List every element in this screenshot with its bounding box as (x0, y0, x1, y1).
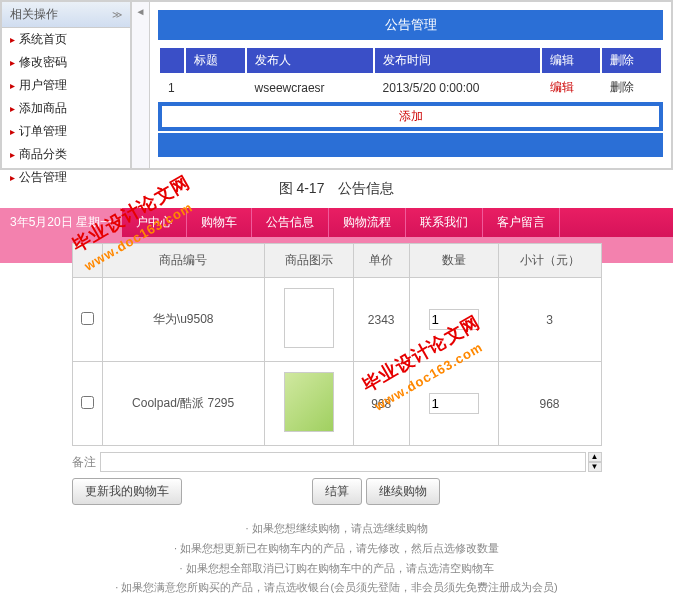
row-checkbox[interactable] (81, 396, 94, 409)
tip-line: 如果您想更新已在购物车内的产品，请先修改，然后点选修改数量 (0, 539, 673, 559)
note-label: 备注 (72, 454, 96, 471)
sidebar-item-orders[interactable]: ▸订单管理 (2, 120, 130, 143)
nav-announce[interactable]: 公告信息 (252, 208, 329, 237)
add-link[interactable]: 添加 (162, 106, 659, 127)
cart-row: 华为\u9508 2343 3 (72, 278, 601, 362)
collapse-arrow-icon: ◄ (136, 6, 146, 17)
edit-link[interactable]: 编辑 (550, 80, 574, 94)
sidebar-item-announcements[interactable]: ▸公告管理 (2, 166, 130, 189)
bullet-icon: ▸ (10, 103, 15, 114)
col-publisher: 发布人 (247, 48, 373, 73)
row-subtotal: 968 (498, 362, 601, 446)
panel-title: 公告管理 (158, 10, 663, 40)
note-scroll: ▲ ▼ (588, 452, 602, 472)
delete-link[interactable]: 删除 (610, 80, 634, 94)
cart-row: Coolpad/酷派 7295 968 968 (72, 362, 601, 446)
cart-tips: 如果您想继续购物，请点选继续购物 如果您想更新已在购物车内的产品，请先修改，然后… (0, 519, 673, 594)
row-time: 2013/5/20 0:00:00 (375, 75, 540, 100)
announcement-table: 标题 发布人 发布时间 编辑 删除 1 wseewcraesr 2013/5/2… (158, 46, 663, 102)
col-time: 发布时间 (375, 48, 540, 73)
bullet-icon: ▸ (10, 172, 15, 183)
main-panel: 公告管理 标题 发布人 发布时间 编辑 删除 1 wseewcraesr 201… (150, 2, 671, 168)
row-checkbox[interactable] (81, 312, 94, 325)
nav-cart[interactable]: 购物车 (187, 208, 252, 237)
row-sn: Coolpad/酷派 7295 (102, 362, 264, 446)
scroll-up-icon[interactable]: ▲ (588, 452, 602, 462)
col-delete: 删除 (602, 48, 661, 73)
tip-line: 如果您满意您所购买的产品，请点选收银台(会员须先登陆，非会员须先免费注册成为会员… (0, 578, 673, 594)
update-cart-button[interactable]: 更新我的购物车 (72, 478, 182, 505)
continue-button[interactable]: 继续购物 (366, 478, 440, 505)
nav-feedback[interactable]: 客户留言 (483, 208, 560, 237)
add-row-bar: 添加 (158, 102, 663, 131)
row-price: 2343 (353, 278, 409, 362)
cart-nav: 3年5月20日 星期一 户中心 购物车 公告信息 购物流程 联系我们 客户留言 (0, 208, 673, 237)
bullet-icon: ▸ (10, 57, 15, 68)
col-title: 标题 (186, 48, 245, 73)
qty-input[interactable] (429, 309, 479, 330)
scroll-down-icon[interactable]: ▼ (588, 462, 602, 472)
sidebar-header: 相关操作 ≫ (2, 2, 130, 28)
expand-icon[interactable]: ≫ (112, 9, 122, 20)
col-sn: 商品编号 (102, 244, 264, 278)
cart-footer: 备注 ▲ ▼ 更新我的购物车 结算 继续购物 (72, 452, 602, 505)
bullet-icon: ▸ (10, 149, 15, 160)
checkout-button[interactable]: 结算 (312, 478, 362, 505)
bottom-blue-bar (158, 133, 663, 157)
col-qty: 数量 (409, 244, 498, 278)
tip-line: 如果您想全部取消已订购在购物车中的产品，请点选清空购物车 (0, 559, 673, 579)
cart-date: 3年5月20日 星期一 (0, 208, 122, 237)
nav-contact[interactable]: 联系我们 (406, 208, 483, 237)
product-image (284, 288, 334, 348)
sidebar-item-password[interactable]: ▸修改密码 (2, 51, 130, 74)
bullet-icon: ▸ (10, 126, 15, 137)
nav-user-center[interactable]: 户中心 (122, 208, 187, 237)
row-price: 968 (353, 362, 409, 446)
col-price: 单价 (353, 244, 409, 278)
cart-section: 3年5月20日 星期一 户中心 购物车 公告信息 购物流程 联系我们 客户留言 … (0, 208, 673, 594)
sidebar-item-categories[interactable]: ▸商品分类 (2, 143, 130, 166)
tip-line: 如果您想继续购物，请点选继续购物 (0, 519, 673, 539)
table-row: 1 wseewcraesr 2013/5/20 0:00:00 编辑 删除 (160, 75, 661, 100)
admin-panel: 相关操作 ≫ ▸系统首页 ▸修改密码 ▸用户管理 ▸添加商品 ▸订单管理 ▸商品… (0, 0, 673, 170)
admin-sidebar: 相关操作 ≫ ▸系统首页 ▸修改密码 ▸用户管理 ▸添加商品 ▸订单管理 ▸商品… (2, 2, 132, 168)
note-input[interactable] (100, 452, 586, 472)
col-subtotal: 小计（元） (498, 244, 601, 278)
sidebar-item-users[interactable]: ▸用户管理 (2, 74, 130, 97)
sidebar-item-home[interactable]: ▸系统首页 (2, 28, 130, 51)
bullet-icon: ▸ (10, 80, 15, 91)
collapse-bar[interactable]: ◄ (132, 2, 150, 168)
product-image (284, 372, 334, 432)
col-img: 商品图示 (264, 244, 353, 278)
nav-flow[interactable]: 购物流程 (329, 208, 406, 237)
sidebar-item-add-product[interactable]: ▸添加商品 (2, 97, 130, 120)
sidebar-title: 相关操作 (10, 6, 58, 23)
qty-input[interactable] (429, 393, 479, 414)
row-id: 1 (160, 75, 184, 100)
col-edit: 编辑 (542, 48, 601, 73)
sidebar-list: ▸系统首页 ▸修改密码 ▸用户管理 ▸添加商品 ▸订单管理 ▸商品分类 ▸公告管… (2, 28, 130, 189)
row-subtotal: 3 (498, 278, 601, 362)
row-publisher: wseewcraesr (247, 75, 373, 100)
cart-table: 商品编号 商品图示 单价 数量 小计（元） 华为\u9508 2343 3 Co… (72, 243, 602, 446)
bullet-icon: ▸ (10, 34, 15, 45)
row-sn: 华为\u9508 (102, 278, 264, 362)
